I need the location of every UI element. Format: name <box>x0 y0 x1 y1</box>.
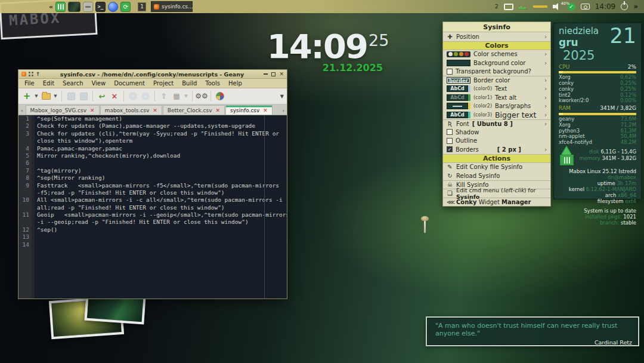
editor-tab[interactable]: mabox_tools.csv ✕ <box>100 105 162 115</box>
editor-text[interactable]: 1 ^sep(Software management) 2 Check for … <box>18 115 287 299</box>
checkbox-unchecked-icon[interactable] <box>447 69 453 75</box>
build-dropdown-icon[interactable]: ▼ <box>184 91 188 101</box>
window-shade-icon[interactable]: ↑ <box>36 72 41 77</box>
tab-close-icon[interactable]: ✕ <box>216 107 221 113</box>
editor-line[interactable]: 14 <box>18 241 287 248</box>
panel-expand-icon[interactable]: » <box>633 2 638 11</box>
menu-item-color2-bars[interactable]: (color2) Bars/graphs › <box>443 102 550 111</box>
file-manager-icon[interactable] <box>83 2 93 12</box>
submenu-arrow-icon: › <box>544 103 547 109</box>
nav-back-icon[interactable]: ‹ <box>128 91 138 101</box>
nav-forward-icon[interactable]: › <box>140 91 151 101</box>
menu-item-borders[interactable]: ✓ Borders [ 2 px ] › <box>443 145 550 154</box>
wallpaper-launcher-icon[interactable] <box>68 2 80 12</box>
menu-item-edit-conky[interactable]: ✎ Edit Conky file Sysinfo <box>443 163 550 172</box>
menubar-item[interactable]: Edit <box>39 80 58 87</box>
editor-line[interactable]: 3 Check for updates (cli),^term(yay -Syy… <box>18 130 287 137</box>
minimize-icon[interactable] <box>264 73 268 75</box>
mabox-menu-icon[interactable] <box>55 2 66 12</box>
checkbox-checked-icon[interactable]: ✓ <box>447 146 453 152</box>
menubar-item[interactable]: Document <box>110 80 148 87</box>
panel-clock[interactable]: 14:09 <box>595 2 616 11</box>
new-dropdown-icon[interactable]: ▼ <box>34 91 39 101</box>
editor-tab[interactable]: Mabox_logo_SVG.csv ✕ <box>26 105 100 115</box>
tab-close-icon[interactable]: ✕ <box>153 107 157 113</box>
preferences-icon[interactable]: ⚙⚙ <box>196 91 207 101</box>
editor-tab[interactable]: sysinfo.csv ✕ <box>225 105 273 115</box>
ram-bar-widget[interactable] <box>533 5 547 8</box>
menu-item-reload[interactable]: ↻ Reload Sysinfo <box>443 171 550 180</box>
terminal-icon[interactable]: >_ <box>95 2 106 12</box>
taskbar-item-geany[interactable]: sysinfo.cs... <box>151 1 193 12</box>
menu-item-transparent-bg[interactable]: Transparent background? <box>443 67 550 76</box>
color-chooser-icon[interactable] <box>215 91 225 101</box>
line-number: 14 <box>18 241 32 248</box>
editor-tab[interactable]: Better_Clock.csv ✕ <box>163 105 225 115</box>
menu-item-font[interactable]: Ʀ Font [ Ubuntu 8 ] › <box>443 119 550 128</box>
menu-item-color-schemes[interactable]: Color schemes › <box>443 50 550 59</box>
checkbox-unchecked-icon[interactable] <box>447 129 453 135</box>
editor-line[interactable]: 10 All <small>pacman-mirrors -i -c all</… <box>18 196 287 204</box>
volume-icon[interactable]: 40% <box>553 3 562 10</box>
menu-item-outline[interactable]: Outline <box>443 137 550 146</box>
open-dropdown-icon[interactable]: ▼ <box>53 91 58 101</box>
editor-line[interactable]: 7 ^tag(mirrory) <box>18 167 287 174</box>
editor-line[interactable]: -f5;read -p "Finished! Hit ENTER or clos… <box>18 189 287 196</box>
tab-close-icon[interactable]: ✕ <box>263 107 268 113</box>
power-icon[interactable] <box>621 3 628 10</box>
save-all-icon[interactable] <box>78 91 89 101</box>
menu-item-background-color[interactable]: Background color › <box>443 59 550 67</box>
cpu-graph-widget[interactable] <box>519 4 528 10</box>
editor-line[interactable]: 2 Check for updates (Pamac),pamac-manage… <box>18 122 287 130</box>
editor-line[interactable]: 12 ^sep() <box>18 226 287 233</box>
menubar-item[interactable]: File <box>21 80 38 87</box>
menu-item-color3-bigger-text[interactable]: AbCd (color3) Bigger text › <box>443 110 550 119</box>
display-icon[interactable] <box>504 4 513 10</box>
menubar-item[interactable]: Search <box>59 80 86 87</box>
compile-icon[interactable]: ⇪ <box>159 91 169 101</box>
screenshot-icon[interactable] <box>581 4 590 10</box>
workspace-2-indicator[interactable]: 2 <box>495 4 499 10</box>
menu-item-color0-text[interactable]: AbCd (color0) Text › <box>443 85 550 94</box>
editor-line[interactable]: 4 Pamac,pamac-manager,pamac <box>18 145 287 152</box>
menubar-item[interactable]: Help <box>225 80 246 87</box>
tabs-scroll-right-icon[interactable]: › <box>280 107 286 115</box>
window-menu-icon[interactable] <box>29 72 33 76</box>
editor-line[interactable]: 1 ^sep(Software management) <box>18 115 287 122</box>
menubar-item[interactable]: Tools <box>202 80 224 87</box>
browser-icon[interactable] <box>108 2 118 12</box>
maximize-icon[interactable] <box>271 72 275 76</box>
new-document-icon[interactable]: + <box>21 91 32 101</box>
editor-line[interactable]: 11 Geoip <small>pacman-mirrors -i --geoi… <box>18 211 287 219</box>
menu-item-position[interactable]: ✚ Position › <box>443 32 550 41</box>
close-document-icon[interactable]: ✕ <box>109 91 120 101</box>
menu-item-color1-text-alt[interactable]: AbCd (color1) Text alt › <box>443 93 550 102</box>
menubar-item[interactable]: Build <box>178 80 200 87</box>
editor-line[interactable]: 13 <box>18 233 287 241</box>
close-icon[interactable]: ✕ <box>279 72 284 77</box>
tabs-scroll-left-icon[interactable]: ‹ <box>19 107 25 115</box>
menu-item-border-color[interactable]: border Border color › <box>443 76 550 85</box>
panel-collapse-icon[interactable]: « <box>49 3 53 11</box>
menubar-item[interactable]: View <box>88 80 109 87</box>
editor-line[interactable]: -i --geoip;read -p "Finished! Hit ENTER … <box>18 219 287 226</box>
editor-line[interactable]: 8 ^sep(Mirror ranking) <box>18 174 287 182</box>
editor-line[interactable]: 5 Mirror ranking,^checkout(mirrory),down… <box>18 152 287 159</box>
toolbar-overflow-icon[interactable]: ▼ <box>280 94 284 99</box>
build-icon[interactable]: ▦ <box>171 91 182 101</box>
menu-item-shadow[interactable]: Shadow <box>443 128 550 137</box>
editor-line[interactable]: 9 Fasttrack <small>pacman-mirrors -f5</s… <box>18 182 287 189</box>
tab-close-icon[interactable]: ✕ <box>90 107 95 113</box>
menu-item-edit-cmd-menu[interactable]: ❏ Edit cmd menu (left-clik) for Sysinfo <box>443 189 550 198</box>
checkbox-unchecked-icon[interactable] <box>447 138 453 144</box>
editor-line[interactable]: all;read -p "Finished! Hit ENTER or clos… <box>18 204 287 211</box>
open-file-icon[interactable] <box>41 91 51 101</box>
editor-line[interactable]: 6 <box>18 159 287 167</box>
window-titlebar[interactable]: ↑ sysinfo.csv - /home/dn/.config/conky/m… <box>18 70 287 79</box>
workspace-1-button[interactable]: 1 <box>138 2 146 11</box>
save-icon[interactable] <box>66 91 76 101</box>
editor-line[interactable]: close this window"),openterm <box>18 137 287 144</box>
revert-icon[interactable]: ↩ <box>97 91 107 101</box>
menubar-item[interactable]: Project <box>150 80 177 87</box>
reload-launcher-icon[interactable]: ⟳ <box>120 2 131 12</box>
